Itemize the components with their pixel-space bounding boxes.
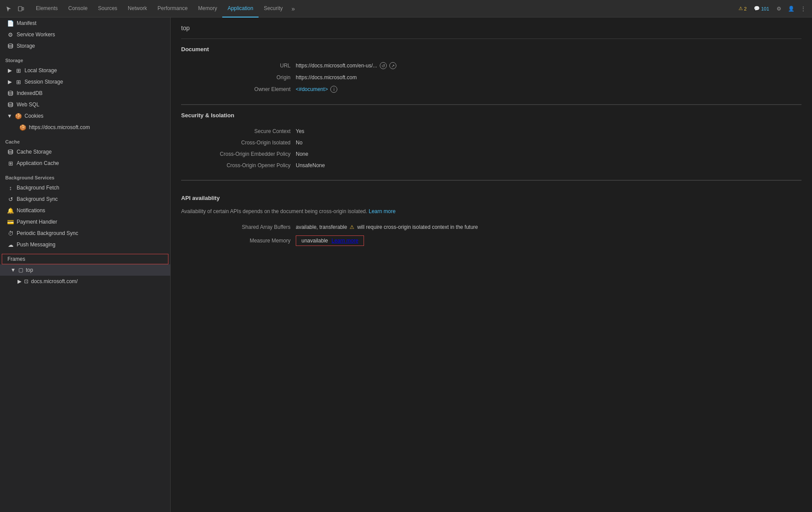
- service-workers-icon: ⚙: [7, 31, 14, 38]
- sidebar-item-manifest[interactable]: 📄 Manifest: [0, 18, 170, 29]
- origin-label: Origin: [181, 74, 290, 81]
- svg-point-2: [8, 44, 13, 46]
- main-layout: 📄 Manifest ⚙ Service Workers Storage Sto…: [0, 18, 812, 512]
- api-desc-text: Availability of certain APIs depends on …: [181, 208, 367, 214]
- notifications-icon: 🔔: [7, 207, 14, 214]
- more-options-button[interactable]: ⋮: [798, 4, 808, 14]
- sidebar-item-label: Background Fetch: [17, 185, 59, 191]
- frame-top-icon: ▢: [18, 267, 23, 273]
- periodic-sync-icon: ⏱: [7, 230, 14, 237]
- measure-memory-value: unavailable: [301, 238, 328, 244]
- sidebar-item-cache-storage[interactable]: Cache Storage: [0, 146, 170, 158]
- sidebar-item-label: Background Sync: [17, 196, 58, 202]
- tab-application[interactable]: Application: [222, 0, 259, 18]
- measure-memory-label: Measure Memory: [181, 238, 290, 244]
- secure-context-label: Secure Context: [181, 128, 290, 134]
- sidebar-item-session-storage[interactable]: ▶ ⊞ Session Storage: [0, 76, 170, 88]
- sidebar-item-periodic-background-sync[interactable]: ⏱ Periodic Background Sync: [0, 228, 170, 239]
- bg-services-section-label: Background Services: [0, 169, 170, 182]
- url-text: https://docs.microsoft.com/en-us/...: [296, 63, 377, 69]
- tab-performance[interactable]: Performance: [152, 0, 193, 18]
- sidebar-item-label: Application Cache: [17, 160, 59, 166]
- sidebar-item-background-fetch[interactable]: ↕ Background Fetch: [0, 182, 170, 193]
- frames-section: Frames ▼ ▢ top ▶ ⊡ docs.microsoft.com/: [0, 254, 170, 287]
- cache-section-label: Cache: [0, 133, 170, 146]
- co-embedder-policy-value: None: [296, 151, 308, 157]
- device-icon[interactable]: [16, 4, 26, 14]
- message-icon: 💬: [754, 6, 760, 11]
- tab-sources[interactable]: Sources: [93, 0, 122, 18]
- url-label: URL: [181, 63, 290, 69]
- sidebar-item-cookies-child[interactable]: 🍪 https://docs.microsoft.com: [0, 122, 170, 133]
- origin-row: Origin https://docs.microsoft.com: [181, 72, 802, 83]
- document-section: Document URL https://docs.microsoft.com/…: [181, 46, 802, 105]
- co-opener-policy-value: UnsafeNone: [296, 162, 325, 168]
- api-section-title: API availablity: [181, 195, 802, 201]
- tab-elements[interactable]: Elements: [31, 0, 63, 18]
- owner-element-label: Owner Element: [181, 86, 290, 92]
- sidebar-item-label: Storage: [17, 43, 35, 49]
- navigate-url-button[interactable]: ↗: [389, 62, 396, 69]
- secure-context-text: Yes: [296, 128, 304, 134]
- measure-memory-learn-more-link[interactable]: Learn more: [332, 238, 358, 244]
- indexeddb-icon: [7, 90, 14, 97]
- measure-memory-box: unavailable Learn more: [296, 235, 364, 246]
- sidebar-item-label: Payment Handler: [17, 219, 57, 225]
- security-section: Security & Isolation Secure Context Yes …: [181, 112, 802, 180]
- inspect-owner-button[interactable]: i: [330, 86, 337, 93]
- refresh-url-button[interactable]: ↺: [380, 62, 387, 69]
- owner-element-value: <#document> i: [296, 86, 337, 93]
- cross-origin-isolated-text: No: [296, 140, 302, 146]
- cursor-icon[interactable]: [4, 4, 14, 14]
- url-row: URL https://docs.microsoft.com/en-us/...…: [181, 60, 802, 72]
- messages-badge[interactable]: 💬 101: [751, 5, 772, 12]
- co-embedder-policy-text: None: [296, 151, 308, 157]
- warning-icon: ⚠: [350, 224, 354, 230]
- sidebar-item-web-sql[interactable]: Web SQL: [0, 99, 170, 110]
- origin-value: https://docs.microsoft.com: [296, 74, 357, 81]
- chevron-down-icon: ▼: [10, 267, 16, 273]
- frame-docs-icon: ⊡: [24, 278, 28, 284]
- tab-network[interactable]: Network: [122, 0, 152, 18]
- warning-icon: ⚠: [738, 6, 743, 11]
- manifest-icon: 📄: [7, 20, 14, 27]
- section-divider-2: [181, 105, 802, 105]
- frames-tree-item-docs[interactable]: ▶ ⊡ docs.microsoft.com/: [0, 276, 170, 287]
- user-icon[interactable]: 👤: [786, 4, 796, 14]
- toolbar: Elements Console Sources Network Perform…: [0, 0, 812, 18]
- owner-element-link[interactable]: <#document>: [296, 86, 328, 92]
- tab-memory[interactable]: Memory: [193, 0, 222, 18]
- sidebar-item-push-messaging[interactable]: ☁ Push Messaging: [0, 239, 170, 250]
- co-embedder-policy-row: Cross-Origin Embedder Policy None: [181, 148, 802, 160]
- security-section-title: Security & Isolation: [181, 112, 802, 119]
- settings-button[interactable]: ⚙: [774, 4, 784, 14]
- co-embedder-policy-label: Cross-Origin Embedder Policy: [181, 151, 290, 157]
- frames-label[interactable]: Frames: [2, 254, 168, 264]
- chevron-down-icon: ▼: [7, 113, 12, 119]
- sidebar-item-local-storage[interactable]: ▶ ⊞ Local Storage: [0, 65, 170, 76]
- toolbar-icons: [4, 4, 26, 14]
- sidebar-item-service-workers[interactable]: ⚙ Service Workers: [0, 29, 170, 40]
- sidebar-item-indexeddb[interactable]: IndexedDB: [0, 88, 170, 99]
- storage-icon: [7, 42, 14, 49]
- cookies-child-icon: 🍪: [19, 124, 26, 131]
- sidebar-item-label: Web SQL: [17, 102, 39, 108]
- warnings-badge[interactable]: ⚠ 2: [736, 5, 749, 12]
- svg-rect-1: [22, 7, 24, 10]
- co-opener-policy-text: UnsafeNone: [296, 162, 325, 168]
- sidebar-item-background-sync[interactable]: ↺ Background Sync: [0, 193, 170, 205]
- tab-more[interactable]: »: [288, 5, 298, 12]
- application-cache-icon: ⊞: [7, 160, 14, 167]
- api-learn-more-link[interactable]: Learn more: [369, 208, 396, 214]
- cross-origin-isolated-value: No: [296, 140, 302, 146]
- cache-storage-icon: [7, 148, 14, 155]
- sidebar-item-cookies[interactable]: ▼ 🍪 Cookies: [0, 110, 170, 122]
- tab-console[interactable]: Console: [63, 0, 93, 18]
- sidebar-item-application-cache[interactable]: ⊞ Application Cache: [0, 158, 170, 169]
- frames-tree-item-top[interactable]: ▼ ▢ top: [0, 264, 170, 276]
- sidebar-item-storage-top[interactable]: Storage: [0, 40, 170, 52]
- sidebar-item-payment-handler[interactable]: 💳 Payment Handler: [0, 216, 170, 228]
- sidebar-item-notifications[interactable]: 🔔 Notifications: [0, 205, 170, 216]
- tab-security[interactable]: Security: [259, 0, 288, 18]
- owner-element-row: Owner Element <#document> i: [181, 83, 802, 95]
